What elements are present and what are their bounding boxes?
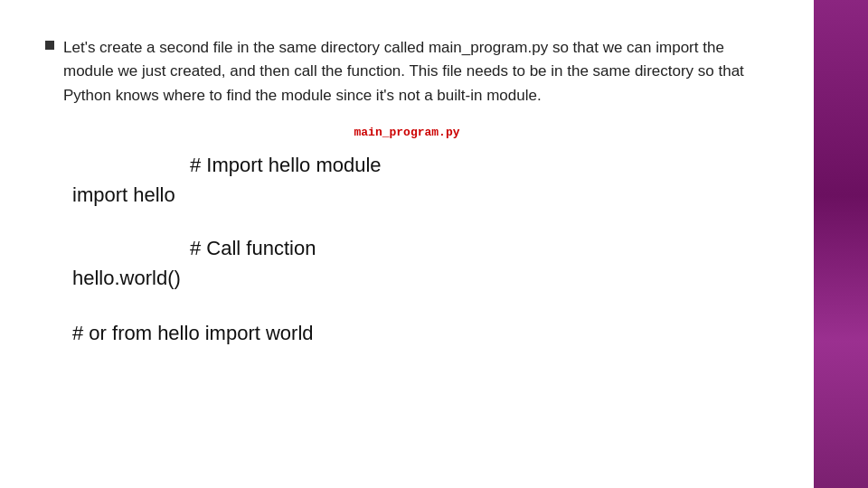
import-statement: import hello <box>72 180 769 210</box>
filename-label: main_program.py <box>45 126 769 139</box>
import-section: # Import hello module import hello <box>45 150 769 210</box>
call-comment: # Call function <box>190 233 769 263</box>
sidebar <box>814 0 868 488</box>
or-section: # or from hello import world <box>45 318 769 348</box>
bullet-icon <box>45 41 54 50</box>
bullet-item: Let's create a second file in the same d… <box>45 36 769 108</box>
call-section: # Call function hello.world() <box>45 233 769 293</box>
import-comment: # Import hello module <box>190 150 769 180</box>
call-statement: hello.world() <box>72 263 769 293</box>
body-paragraph: Let's create a second file in the same d… <box>63 36 769 108</box>
or-statement: # or from hello import world <box>72 318 769 348</box>
main-content: Let's create a second file in the same d… <box>0 0 814 488</box>
